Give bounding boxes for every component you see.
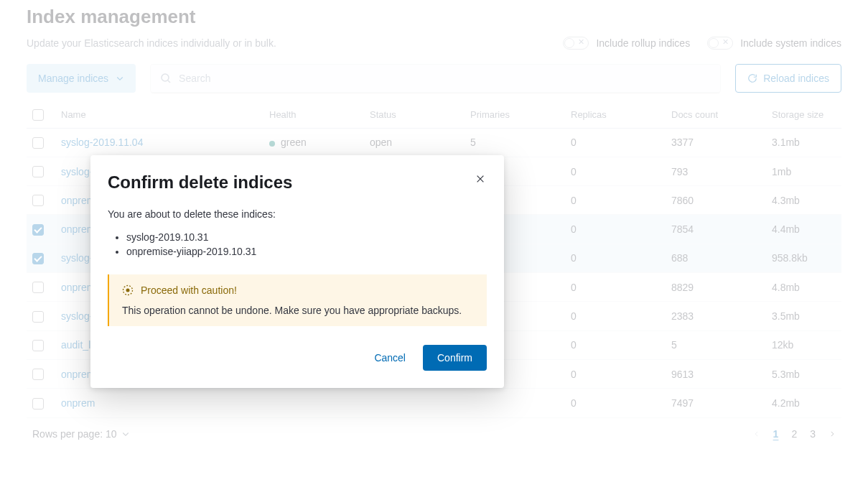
confirm-delete-modal: Confirm delete indices You are about to …	[90, 155, 504, 388]
list-item: syslog-2019.10.31	[126, 230, 487, 244]
callout-title-text: Proceed with caution!	[141, 284, 237, 296]
svg-point-2	[126, 289, 130, 292]
list-item: onpremise-yiiapp-2019.10.31	[126, 244, 487, 259]
modal-index-list: syslog-2019.10.31onpremise-yiiapp-2019.1…	[108, 230, 487, 259]
alert-icon	[122, 284, 134, 296]
callout-body-text: This operation cannot be undone. Make su…	[122, 305, 474, 316]
warning-callout: Proceed with caution! This operation can…	[108, 274, 487, 326]
modal-title: Confirm delete indices	[108, 172, 292, 193]
modal-intro: You are about to delete these indices:	[108, 208, 487, 220]
cancel-button[interactable]: Cancel	[374, 352, 406, 364]
close-modal-button[interactable]	[474, 172, 487, 188]
modal-body: You are about to delete these indices: s…	[108, 208, 487, 326]
confirm-button[interactable]: Confirm	[423, 345, 487, 371]
modal-footer: Cancel Confirm	[108, 345, 487, 371]
